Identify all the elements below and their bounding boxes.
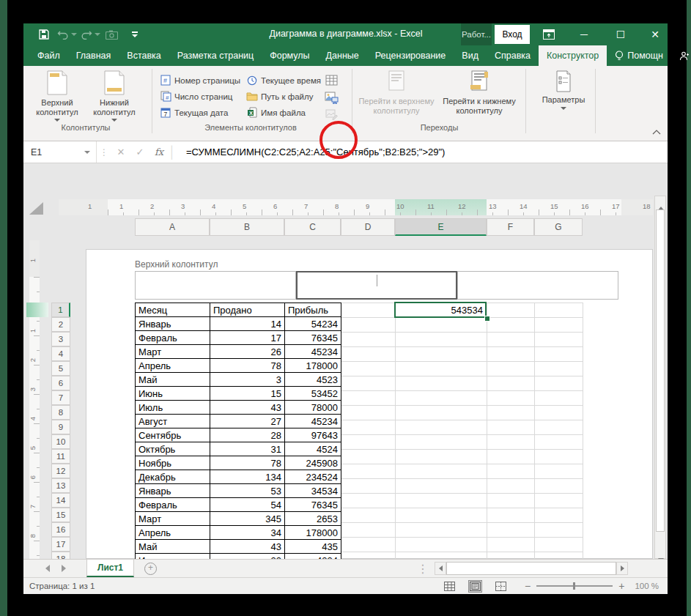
cell[interactable]: Февраль — [136, 331, 210, 345]
fill-handle[interactable] — [484, 316, 490, 322]
hscroll-right-icon[interactable] — [616, 562, 628, 575]
row-header-18[interactable]: 18 — [51, 552, 70, 559]
picture-button[interactable] — [322, 89, 340, 105]
row-header-12[interactable]: 12 — [51, 464, 70, 478]
row-header-15[interactable]: 15 — [51, 508, 70, 522]
vertical-scrollbar[interactable] — [654, 196, 666, 559]
cell[interactable]: 234524 — [285, 470, 341, 484]
cell[interactable]: 53452 — [285, 387, 341, 401]
row-header-7[interactable]: 7 — [51, 390, 70, 405]
cell[interactable]: 54234 — [285, 317, 341, 331]
cell[interactable]: Март — [136, 345, 210, 359]
tab-рецензирование[interactable]: Рецензирование — [367, 45, 454, 66]
name-box[interactable]: E1 — [23, 141, 97, 163]
row-header-16[interactable]: 16 — [51, 522, 70, 537]
cell[interactable]: 34 — [210, 526, 285, 540]
cell[interactable]: 76345 — [285, 498, 341, 512]
tab-формулы[interactable]: Формулы — [262, 45, 317, 66]
tab-конструктор[interactable]: Конструктор — [539, 45, 607, 66]
horizontal-scroll-thumb[interactable] — [446, 562, 616, 575]
cell[interactable]: Сентябрь — [136, 428, 210, 442]
tab-вид[interactable]: Вид — [454, 45, 487, 66]
sheet-name-button[interactable] — [322, 72, 340, 88]
add-sheet-button[interactable]: + — [144, 563, 157, 575]
cell[interactable]: Май — [136, 373, 210, 387]
cell[interactable]: 27 — [210, 415, 285, 428]
row-header-8[interactable]: 8 — [51, 405, 70, 420]
camera-icon[interactable] — [106, 27, 118, 42]
insert-function-icon[interactable]: fx — [149, 146, 169, 157]
cell[interactable]: Ноябрь — [136, 456, 210, 470]
page-layout-view-icon[interactable] — [468, 580, 482, 593]
cell[interactable]: 4524 — [285, 442, 341, 456]
cell[interactable]: 31 — [210, 442, 285, 456]
cell[interactable]: Апрель — [136, 526, 210, 540]
cell[interactable]: 3 — [210, 373, 285, 387]
tab-разметка-страниц[interactable]: Разметка страниц — [169, 45, 262, 66]
row-header-1[interactable]: 1 — [51, 303, 70, 317]
page-break-view-icon[interactable] — [495, 582, 506, 591]
undo-button[interactable] — [57, 27, 77, 42]
header-section-left[interactable] — [135, 271, 296, 300]
cell[interactable]: Февраль — [136, 498, 210, 512]
enter-formula-icon[interactable]: ✓ — [130, 146, 149, 157]
row-header-11[interactable]: 11 — [51, 449, 70, 464]
cell[interactable]: 178000 — [285, 526, 341, 540]
cell[interactable]: 34534 — [285, 484, 341, 498]
cell[interactable]: 54 — [210, 498, 285, 512]
column-header-F[interactable]: F — [487, 218, 534, 236]
cell[interactable]: 26 — [210, 345, 285, 359]
row-header-14[interactable]: 14 — [51, 493, 70, 508]
column-header-A[interactable]: A — [135, 218, 210, 236]
tab-помощн[interactable]: Помощн — [607, 45, 671, 66]
column-header-G[interactable]: G — [534, 218, 583, 236]
cell[interactable]: 17 — [210, 331, 285, 345]
page-number-button[interactable]: # Номер страницы — [159, 73, 240, 88]
row-header-6[interactable]: 6 — [51, 376, 70, 390]
column-header-E[interactable]: E — [395, 218, 487, 236]
column-header-D[interactable]: D — [341, 218, 395, 236]
cell[interactable]: 78 — [210, 456, 285, 470]
cell[interactable]: 97643 — [285, 428, 341, 442]
cell[interactable]: 43 — [210, 401, 285, 415]
cell[interactable]: 15 — [210, 387, 285, 401]
maximize-button[interactable]: ☐ — [608, 23, 633, 45]
collapse-ribbon-icon[interactable] — [652, 125, 661, 138]
scroll-down-icon[interactable] — [658, 552, 664, 559]
header-button[interactable]: Верхний колонтитул — [31, 70, 84, 122]
row-header-3[interactable]: 3 — [51, 332, 70, 346]
cell[interactable]: 45234 — [285, 345, 341, 359]
cell[interactable]: 4523 — [285, 373, 341, 387]
data-table[interactable]: МесяцПроданоПрибыльЯнварь1454234Февраль1… — [135, 303, 341, 559]
ribbon-display-options-icon[interactable] — [536, 23, 561, 45]
cell[interactable]: Продано — [210, 303, 285, 317]
tab-справка[interactable]: Справка — [487, 45, 539, 66]
footer-button[interactable]: Нижний колонтитул — [88, 70, 141, 122]
save-icon[interactable] — [38, 27, 50, 42]
cell[interactable]: Июнь — [136, 554, 210, 560]
column-header-B[interactable]: B — [210, 218, 284, 236]
cell[interactable]: Июль — [136, 401, 210, 415]
cell[interactable]: 28 — [210, 428, 285, 442]
options-button[interactable]: Параметры — [535, 70, 592, 122]
cell[interactable]: 76345 — [285, 331, 341, 345]
cell[interactable]: 2653 — [285, 512, 341, 526]
current-date-button[interactable]: 7 Текущая дата — [159, 105, 228, 120]
cell[interactable]: 45234 — [285, 415, 341, 428]
sheet-nav-left-icon[interactable] — [45, 565, 50, 572]
tab-данные[interactable]: Данные — [318, 45, 367, 66]
column-header-C[interactable]: C — [284, 218, 341, 236]
cell[interactable]: Январь — [136, 484, 210, 498]
cell[interactable]: Май — [136, 540, 210, 554]
cell[interactable]: Апрель — [136, 359, 210, 373]
undo-caret-icon[interactable] — [71, 33, 77, 36]
vertical-scroll-thumb[interactable] — [656, 209, 665, 532]
tab-вставка[interactable]: Вставка — [119, 45, 169, 66]
tab-главная[interactable]: Главная — [68, 45, 119, 66]
minimize-button[interactable]: ─ — [572, 23, 596, 45]
cell[interactable]: 78 — [210, 359, 285, 373]
row-header-9[interactable]: 9 — [51, 420, 70, 434]
cell[interactable]: 245908 — [285, 456, 341, 470]
row-header-17[interactable]: 17 — [51, 537, 70, 552]
cell[interactable]: 53 — [210, 484, 285, 498]
